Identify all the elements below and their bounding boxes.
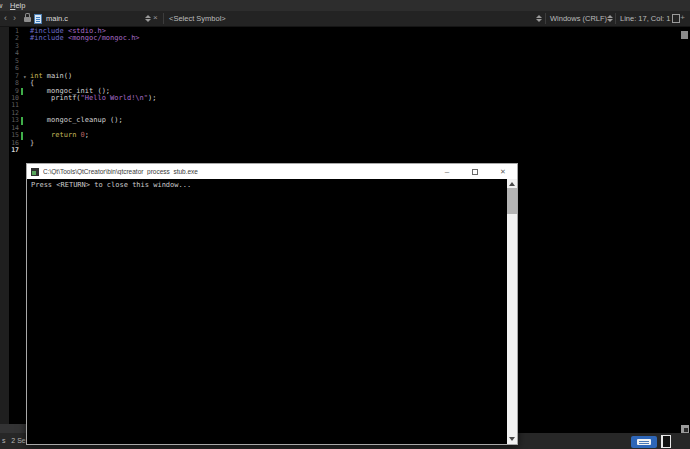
line-marker [21, 140, 30, 147]
line-marker [21, 65, 30, 72]
line-marker [21, 110, 30, 117]
toolbar-separator [615, 13, 616, 24]
console-scrollbar[interactable] [507, 179, 517, 444]
forward-icon[interactable]: › [13, 13, 16, 23]
code-text: #include <mongoc/mongoc.h> [30, 35, 140, 42]
code-text: int main() [30, 73, 72, 80]
menu-item-fragment[interactable]: w [0, 1, 2, 10]
editor-toolbar: ‹ › main.c × <Select Symbol> Windows (CR… [0, 11, 690, 27]
menu-item-help[interactable]: Help [10, 1, 25, 10]
code-line[interactable]: 17 [9, 147, 690, 154]
minimize-button[interactable]: – [433, 164, 461, 179]
line-marker [21, 50, 30, 57]
line-marker [21, 58, 30, 65]
code-line[interactable]: 8{ [9, 80, 690, 87]
code-line[interactable]: 10 printf("Hello World!\n"); [9, 95, 690, 102]
console-window: C:\Qt\Tools\QtCreator\bin\qtcreator_proc… [26, 163, 518, 445]
menu-bar: w Help [0, 0, 690, 11]
line-marker [21, 95, 30, 102]
line-number: 17 [9, 147, 21, 154]
left-sidebar-sliver [0, 27, 9, 433]
code-text: } [30, 140, 34, 147]
lock-icon [24, 17, 31, 22]
file-icon [34, 14, 42, 24]
code-text: return 0; [30, 132, 89, 139]
code-line[interactable]: 6 [9, 65, 690, 72]
code-line[interactable]: 14 [9, 125, 690, 132]
code-line[interactable]: 16} [9, 140, 690, 147]
changed-line-marker [21, 117, 30, 124]
line-marker [21, 147, 30, 154]
status-blue-button[interactable] [631, 436, 657, 448]
code-text: printf("Hello World!\n"); [30, 95, 156, 102]
split-editor-icon[interactable] [672, 14, 680, 23]
cursor-position-indicator[interactable]: Line: 17, Col: 1 [620, 14, 670, 23]
code-line[interactable]: 5 [9, 58, 690, 65]
editor-scrollbar-thumb[interactable] [681, 31, 688, 39]
code-line[interactable]: 15 return 0; [9, 132, 690, 139]
line-marker [21, 102, 30, 109]
code-text: mongoc_cleanup (); [30, 117, 123, 124]
keyboard-icon [637, 439, 651, 445]
changed-line-marker [21, 88, 30, 95]
document-tab[interactable]: main.c [46, 14, 68, 23]
line-marker [21, 43, 30, 50]
scroll-up-icon[interactable] [509, 182, 515, 186]
code-line[interactable]: 2#include <mongoc/mongoc.h> [9, 35, 690, 42]
toolbar-separator [163, 13, 164, 24]
maximize-button[interactable] [461, 164, 489, 179]
fold-arrow-icon[interactable]: ▾ [21, 73, 30, 80]
code-line[interactable]: 4 [9, 50, 690, 57]
code-line[interactable]: 7▾int main() [9, 73, 690, 80]
console-titlebar[interactable]: C:\Qt\Tools\QtCreator\bin\qtcreator_proc… [27, 164, 517, 179]
qt-creator-window: w Help ‹ › main.c × <Select Symbol> Wind… [0, 0, 690, 449]
console-output[interactable]: Press <RETURN> to close this window... [27, 179, 517, 444]
close-document-icon[interactable]: × [153, 13, 158, 22]
terminal-icon[interactable] [661, 435, 671, 448]
line-marker [21, 28, 30, 35]
select-symbol-dropdown[interactable]: <Select Symbol> [169, 14, 226, 23]
line-marker [21, 35, 30, 42]
changed-line-marker [21, 132, 30, 139]
line-marker [21, 80, 30, 87]
code-lines: 1#include <stdio.h>2#include <mongoc/mon… [9, 28, 690, 154]
corner-handle-icon [681, 425, 689, 433]
maximize-icon [472, 169, 478, 175]
console-app-icon [31, 168, 39, 176]
back-icon[interactable]: ‹ [4, 13, 7, 23]
console-text: Press <RETURN> to close this window... [31, 181, 191, 189]
console-title: C:\Qt\Tools\QtCreator\bin\qtcreator_proc… [43, 168, 433, 175]
scrollbar-thumb[interactable] [507, 188, 517, 214]
line-ending-selector[interactable]: Windows (CRLF) [550, 14, 607, 23]
close-button[interactable]: ✕ [489, 164, 517, 179]
code-line[interactable]: 13 mongoc_cleanup (); [9, 117, 690, 124]
scroll-down-icon[interactable] [509, 437, 515, 441]
code-line[interactable]: 3 [9, 43, 690, 50]
line-marker [21, 125, 30, 132]
code-line[interactable]: 11 [9, 102, 690, 109]
toolbar-separator [545, 13, 546, 24]
